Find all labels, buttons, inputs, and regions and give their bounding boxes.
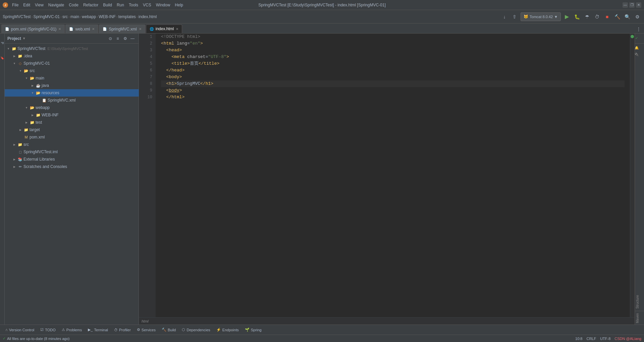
project-panel-title: Project <box>7 36 21 41</box>
left-side-panel: P 🔖 <box>0 34 5 325</box>
tree-item-springmvctest[interactable]: ▼ 📁 SpringMVCTest E:\Study\SpringMVCTest <box>5 45 139 52</box>
menu-vcs[interactable]: VCS <box>141 2 153 8</box>
settings-button[interactable]: ⚙ <box>633 13 641 21</box>
tree-item-springmvcxml[interactable]: ▶ 📋 SpringMVC.xml <box>5 97 139 104</box>
profile-button[interactable]: ⏱ <box>593 13 601 21</box>
vcs-icon: ⑃ <box>5 328 8 332</box>
breadcrumb-webinf[interactable]: WEB-INF <box>99 14 116 19</box>
menu-code[interactable]: Code <box>67 2 80 8</box>
tab-index[interactable]: 🌐 index.html ✕ <box>146 24 182 33</box>
panel-settings-button[interactable]: ⚙ <box>122 35 128 42</box>
panel-minimize-button[interactable]: — <box>129 35 136 42</box>
breadcrumb-src[interactable]: src <box>62 14 68 19</box>
tree-item-pomxml[interactable]: ▶ M pom.xml <box>5 133 139 141</box>
status-message: ✓ All files are up-to-date (8 minutes ag… <box>3 336 69 341</box>
breadcrumb-templates[interactable]: templates <box>118 14 136 19</box>
tab-pom-label: pom.xml (SpringMVC-01) <box>11 27 56 32</box>
dependencies-button[interactable]: ⬡ Dependencies <box>179 326 213 334</box>
code-editor[interactable]: <!DOCTYPE html> <html lang="en"> <head> … <box>156 34 630 317</box>
menu-window[interactable]: Window <box>154 2 172 8</box>
run-button[interactable]: ▶ <box>563 13 571 21</box>
menu-tools[interactable]: Tools <box>127 2 140 8</box>
tab-pom[interactable]: 📄 pom.xml (SpringMVC-01) ✕ <box>1 24 65 33</box>
menu-build[interactable]: Build <box>101 2 114 8</box>
terminal-button[interactable]: ▶_ Terminal <box>85 326 111 334</box>
tree-item-extlibs[interactable]: ▶ 📚 External Libraries <box>5 156 139 163</box>
stop-button[interactable]: ■ <box>603 13 611 21</box>
breadcrumb-file[interactable]: index.html <box>139 14 157 19</box>
tab-springmvc-close[interactable]: ✕ <box>139 27 142 31</box>
menu-refactor[interactable]: Refactor <box>81 2 100 8</box>
status-cursor[interactable]: 10:8 <box>575 337 582 341</box>
line-num-8: 8 <box>139 80 156 87</box>
maven-panel-icon[interactable]: Maven <box>635 312 639 325</box>
tree-item-java[interactable]: ▶ ☕ java <box>5 82 139 89</box>
tree-item-springmvc01[interactable]: ▼ ◇ SpringMVC-01 <box>5 60 139 67</box>
spring-button[interactable]: 🌱 Spring <box>242 326 264 334</box>
tree-item-main[interactable]: ▼ 📂 main <box>5 74 139 82</box>
minimize-button[interactable]: — <box>623 2 628 8</box>
run-config-selector[interactable]: 🐱 Tomcat 8.0.42 ▼ <box>521 12 561 21</box>
tabs-more-button[interactable]: ⋮ <box>635 25 643 33</box>
project-panel: Project ▼ ⊙ ≡ ⚙ — ▼ 📁 SpringMVCTest E:\S… <box>5 34 139 325</box>
spring-label: Spring <box>251 328 262 332</box>
tree-item-src[interactable]: ▼ 📂 src <box>5 67 139 74</box>
structure-panel-icon[interactable]: Structure <box>635 294 639 310</box>
tab-springmvc[interactable]: 📄 SpringMVC.xml ✕ <box>99 24 145 33</box>
tab-index-close[interactable]: ✕ <box>176 27 178 31</box>
tree-item-iml[interactable]: ▶ ◻ SpringMVCTest.iml <box>5 148 139 156</box>
menu-edit[interactable]: Edit <box>21 2 32 8</box>
menu-file[interactable]: File <box>10 2 20 8</box>
close-button[interactable]: ✕ <box>636 2 641 8</box>
menu-help[interactable]: Help <box>173 2 185 8</box>
status-line-ending[interactable]: CRLF <box>586 337 596 341</box>
tree-item-webinf[interactable]: ▶ 📁 WEB-INF <box>5 111 139 119</box>
vcs-push-button[interactable]: ⇧ <box>511 13 519 21</box>
tab-web[interactable]: 📄 web.xml ✕ <box>65 24 98 33</box>
project-side-icon[interactable]: P <box>0 36 4 50</box>
endpoints-button[interactable]: ⚡ Endpoints <box>214 326 241 334</box>
breadcrumb-webapp[interactable]: webapp <box>82 14 96 19</box>
breadcrumb-module[interactable]: SpringMVC-01 <box>33 14 60 19</box>
menu-navigate[interactable]: Navigate <box>46 2 66 8</box>
tree-item-webapp[interactable]: ▼ 📂 webapp <box>5 104 139 111</box>
breadcrumb-springmvctest[interactable]: SpringMVCTest <box>3 14 31 19</box>
tab-pom-close[interactable]: ✕ <box>58 27 61 31</box>
problems-button[interactable]: ⚠ Problems <box>59 326 85 334</box>
build-button[interactable]: 🔨 <box>613 13 621 21</box>
breadcrumb-main[interactable]: main <box>70 14 79 19</box>
build-window-button[interactable]: 🔨 Build <box>159 326 178 334</box>
plugins-panel-icon[interactable]: 🔌 <box>635 51 639 58</box>
notifications-icon[interactable]: 🔔 <box>635 44 639 51</box>
search-everywhere-button[interactable]: 🔍 <box>623 13 631 21</box>
debug-button[interactable]: 🐛 <box>573 13 581 21</box>
coverage-button[interactable]: ☂ <box>583 13 591 21</box>
tree-item-idea[interactable]: ▶ 📁 .idea <box>5 52 139 60</box>
menu-view[interactable]: View <box>33 2 46 8</box>
project-dropdown-icon[interactable]: ▼ <box>22 37 26 40</box>
tree-item-resources[interactable]: ▼ 📂 resources <box>5 89 139 97</box>
label-test: test <box>36 120 42 125</box>
menu-run[interactable]: Run <box>115 2 126 8</box>
notifications-panel-icon[interactable]: ✓ <box>635 34 639 43</box>
tree-item-srctop[interactable]: ▶ 📁 src <box>5 141 139 148</box>
maximize-button[interactable]: ❐ <box>629 2 635 8</box>
tree-item-test[interactable]: ▶ 📁 test <box>5 119 139 126</box>
version-control-button[interactable]: ⑃ Version Control <box>3 326 37 334</box>
tree-item-target[interactable]: ▶ 📁 target <box>5 126 139 133</box>
code-line-6: </head> <box>161 67 625 74</box>
profiler-button[interactable]: ⏱ Profiler <box>111 326 133 334</box>
locate-button[interactable]: ⊙ <box>107 35 114 42</box>
status-csdn[interactable]: CSDN @ALiang <box>614 337 641 341</box>
tab-web-close[interactable]: ✕ <box>92 27 95 31</box>
label-target: target <box>30 127 40 132</box>
services-button[interactable]: ⚙ Services <box>134 326 158 334</box>
vcs-update-button[interactable]: ↓ <box>500 13 508 21</box>
project-panel-header: Project ▼ ⊙ ≡ ⚙ — <box>5 34 139 44</box>
code-line-7: <body> <box>161 74 625 80</box>
tree-item-scratches[interactable]: ▶ ✏ Scratches and Consoles <box>5 163 139 170</box>
todo-button[interactable]: ☑ TODO <box>38 326 58 334</box>
collapse-all-button[interactable]: ≡ <box>114 35 121 42</box>
status-encoding[interactable]: UTF-8 <box>600 337 610 341</box>
bookmarks-side-icon[interactable]: 🔖 <box>0 51 4 64</box>
